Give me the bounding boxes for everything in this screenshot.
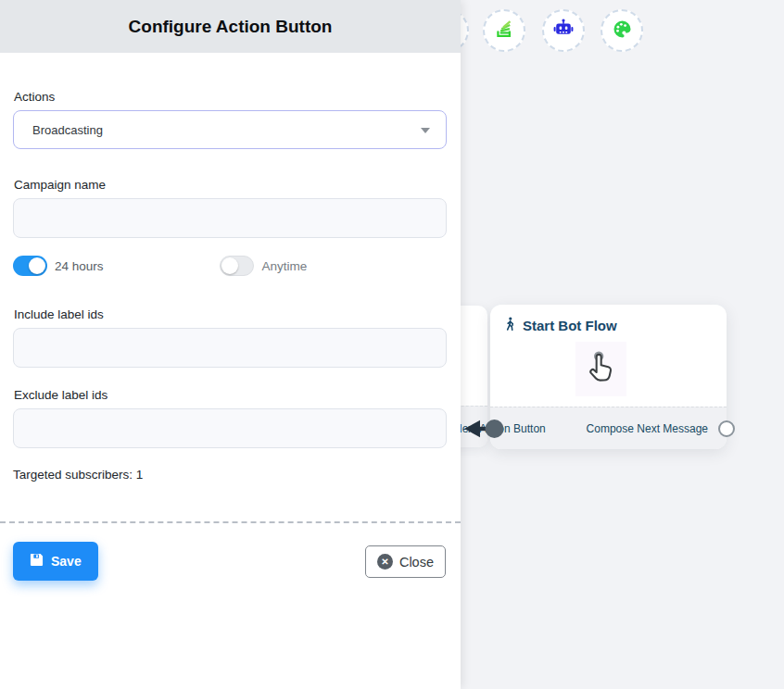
panel-divider — [0, 521, 461, 523]
flow-node-start-bot-flow[interactable]: Start Bot Flow Next Action Button Compos… — [490, 305, 727, 449]
close-button-label: Close — [399, 555, 434, 570]
tap-gesture-box[interactable] — [575, 342, 626, 396]
include-label-ids-label: Include label ids — [14, 307, 447, 321]
configure-action-panel: Configure Action Button Actions Broadcas… — [0, 0, 461, 689]
toolbar-button-stack[interactable] — [483, 9, 525, 52]
hand-pointer-icon — [583, 348, 620, 391]
toggle-knob — [221, 257, 238, 274]
save-button[interactable]: Save — [13, 542, 98, 581]
flow-node-header: Start Bot Flow — [490, 305, 727, 334]
save-button-label: Save — [51, 554, 82, 569]
include-label-ids-input[interactable] — [13, 328, 447, 368]
stack-icon — [494, 19, 515, 44]
exclude-label-ids-input[interactable] — [13, 408, 447, 448]
robot-icon — [552, 18, 575, 44]
exclude-label-ids-label: Exclude label ids — [14, 388, 447, 402]
actions-selected-value: Broadcasting — [32, 123, 103, 137]
close-circle-icon: ✕ — [377, 554, 393, 570]
actions-select[interactable]: Broadcasting — [13, 110, 447, 149]
chevron-down-icon — [421, 128, 430, 133]
compose-next-message-label[interactable]: Compose Next Message — [587, 422, 708, 435]
connection-handle[interactable] — [718, 420, 735, 437]
flow-node-title: Start Bot Flow — [523, 318, 617, 333]
walking-person-icon — [503, 317, 517, 334]
schedule-toggle-row: 24 hours Anytime — [13, 256, 447, 276]
flow-node-footer: Next Action Button Compose Next Message — [490, 407, 727, 449]
24-hours-label: 24 hours — [55, 259, 104, 273]
panel-body: Actions Broadcasting Campaign name 24 ho… — [0, 90, 461, 482]
campaign-name-label: Campaign name — [14, 178, 447, 192]
actions-label: Actions — [14, 90, 447, 104]
toolbar-button-bot[interactable] — [542, 9, 585, 52]
edge-arrow-icon[interactable] — [463, 418, 506, 444]
floppy-disk-icon — [30, 553, 44, 570]
anytime-toggle[interactable] — [220, 256, 254, 276]
targeted-subscribers-text: Targeted subscribers: 1 — [13, 468, 447, 482]
24-hours-toggle[interactable] — [13, 256, 47, 276]
campaign-name-input[interactable] — [13, 198, 447, 238]
anytime-label: Anytime — [262, 259, 308, 273]
anytime-toggle-wrap — [220, 256, 254, 276]
panel-header: Configure Action Button — [0, 0, 461, 53]
panel-title: Configure Action Button — [129, 17, 333, 37]
palette-icon — [612, 19, 633, 44]
close-button[interactable]: ✕ Close — [365, 545, 446, 578]
toggle-knob — [29, 257, 45, 274]
toolbar-button-theme[interactable] — [601, 9, 643, 52]
